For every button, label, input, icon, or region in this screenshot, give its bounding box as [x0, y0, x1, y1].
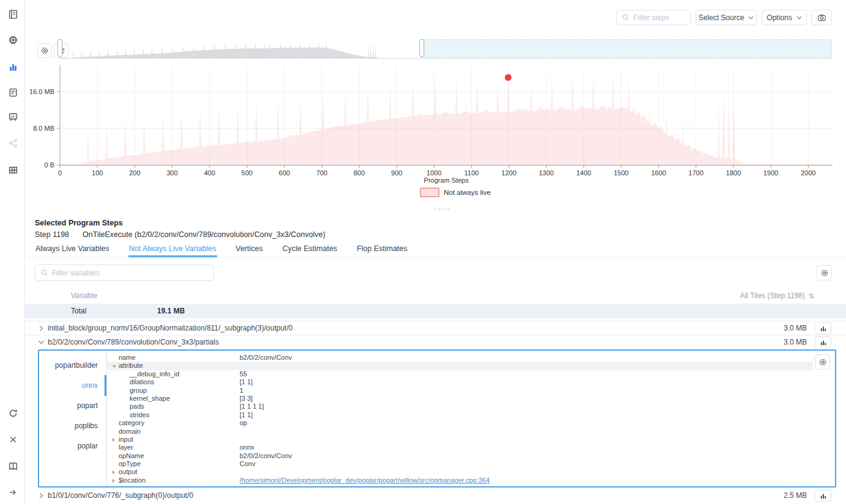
popvision-memory-report: Select Source Options 010020030040050060… [0, 0, 846, 504]
variable-name: initial_block/group_norm/16/GroupNormali… [48, 324, 293, 332]
tree-row-output[interactable]: output [108, 468, 813, 476]
tree-value: 1 [240, 387, 243, 395]
report-icon[interactable] [5, 6, 21, 22]
bar-chart-icon [820, 339, 827, 346]
tree-value: b2/0/2/conv/Conv [240, 354, 292, 362]
variable-detail-panel: popartbuilderonnxpopartpoplibspoplar nam… [38, 349, 836, 488]
presentation-icon[interactable] [5, 109, 21, 125]
collapse-arrow-icon[interactable] [5, 484, 21, 500]
detail-divider [106, 351, 107, 486]
tree-label: group [130, 387, 147, 395]
detail-settings-button[interactable] [815, 354, 830, 370]
detail-tab-poplibs[interactable]: poplibs [39, 420, 98, 432]
svg-text:800: 800 [354, 169, 365, 177]
svg-text:1400: 1400 [576, 169, 591, 177]
tree-label: name [119, 354, 136, 362]
tab-not-always-live-variables[interactable]: Not Always Live Variables [128, 241, 217, 257]
svg-text:8.0 MB: 8.0 MB [33, 125, 54, 132]
tree-row-strides: strides[1 1] [108, 411, 813, 419]
tree-value: b2/0/2/conv/Conv [240, 452, 292, 460]
svg-text:1300: 1300 [539, 169, 553, 177]
sidebar [0, 0, 25, 504]
refresh-icon[interactable] [5, 405, 21, 421]
detail-tab-onnx[interactable]: onnx [39, 379, 98, 392]
tile-histogram-button[interactable] [815, 490, 831, 502]
tree-expand-icon[interactable] [112, 438, 115, 442]
svg-text:1100: 1100 [464, 169, 479, 177]
source-location-link[interactable]: /home/simonl/Development/poplar_dev/popl… [240, 477, 490, 484]
svg-text:1200: 1200 [501, 169, 516, 177]
detail-tab-poplar[interactable]: poplar [39, 440, 98, 452]
filter-variables-field[interactable] [52, 269, 208, 277]
table-settings-button[interactable] [817, 265, 832, 280]
sort-icon[interactable] [809, 293, 814, 299]
range-handle-left[interactable] [57, 39, 62, 57]
tile-histogram-button[interactable] [815, 323, 831, 334]
chevron-down-icon [796, 16, 802, 20]
tree-value: [3 3] [240, 395, 252, 403]
options-label: Options [767, 13, 792, 22]
svg-text:400: 400 [204, 169, 215, 177]
tree-row-input[interactable]: input [108, 436, 813, 444]
tab-cycle-estimates[interactable]: Cycle Estimates [282, 241, 338, 257]
chevron-down-icon[interactable] [38, 339, 45, 346]
tree-value: op [240, 419, 247, 427]
table-row[interactable]: b2/0/2/conv/Conv/789/convolution/Conv_3x… [25, 335, 846, 349]
svg-text:1500: 1500 [614, 169, 628, 177]
tiles-icon[interactable] [5, 162, 21, 178]
chevron-right-icon[interactable] [38, 492, 45, 499]
tree-label: category [119, 419, 144, 427]
selected-steps-heading: Selected Program Steps [35, 219, 123, 227]
filter-steps-field[interactable] [633, 13, 685, 22]
tree-label: dilations [130, 378, 154, 386]
docs-icon[interactable] [5, 458, 21, 474]
detail-tab-popartbuilder[interactable]: popartbuilder [39, 359, 98, 371]
tree-row-attribute[interactable]: attribute [108, 362, 813, 370]
tree-label: input [119, 436, 133, 444]
detail-tab-popart[interactable]: popart [39, 400, 98, 412]
tree-value: [1 1] [240, 378, 252, 386]
share-icon [5, 135, 21, 151]
step-range-minimap[interactable] [60, 35, 833, 60]
tree-row-group: group1 [108, 387, 813, 395]
tree-row-location[interactable]: $location/home/simonl/Development/poplar… [108, 477, 813, 484]
panel-resize-grip[interactable] [434, 208, 450, 210]
range-handle-right[interactable] [419, 39, 424, 57]
select-source-button[interactable]: Select Source [696, 10, 757, 25]
tree-value: [1 1 1 1] [240, 403, 264, 411]
tree-expand-icon[interactable] [112, 479, 115, 483]
tree-row-pads: pads[1 1 1 1] [108, 403, 813, 411]
svg-text:100: 100 [92, 169, 103, 177]
tree-collapse-icon[interactable] [112, 365, 116, 368]
svg-text:1800: 1800 [726, 169, 741, 177]
tree-label: __debug_info_id [130, 370, 179, 378]
tree-row-domain: domain [108, 428, 813, 436]
memory-liveness-chart[interactable]: 0100200300400500600700800900100011001200… [24, 59, 840, 203]
screenshot-button[interactable] [811, 10, 832, 25]
options-button[interactable]: Options [762, 10, 807, 25]
tree-expand-icon[interactable] [112, 470, 115, 474]
memory-chart-icon[interactable] [5, 59, 21, 75]
svg-text:1600: 1600 [651, 169, 666, 177]
tree-value: 55 [240, 370, 247, 378]
liveness-report-icon[interactable] [5, 84, 21, 100]
chevron-down-icon [748, 16, 754, 20]
table-row[interactable]: b1/0/1/conv/Conv/776/_subgraph(0)/output… [25, 489, 846, 503]
chevron-right-icon[interactable] [38, 325, 45, 332]
tab-flop-estimates[interactable]: Flop Estimates [356, 241, 408, 257]
selected-step-label: Step 1198 [35, 230, 69, 239]
tree-label: kernel_shape [130, 395, 170, 403]
tree-label: domain [119, 428, 141, 436]
column-all-tiles[interactable]: All Tiles (Step:1198) [740, 291, 815, 300]
filter-steps-input[interactable] [616, 10, 691, 25]
tab-always-live-variables[interactable]: Always Live Variables [35, 241, 110, 257]
processor-icon[interactable] [5, 32, 21, 48]
table-row[interactable]: initial_block/group_norm/16/GroupNormali… [25, 321, 846, 335]
tree-row-opname: opNameb2/0/2/conv/Conv [108, 452, 813, 460]
filter-variables-input[interactable] [35, 265, 214, 281]
close-icon[interactable] [5, 431, 21, 447]
tab-vertices[interactable]: Vertices [235, 241, 263, 257]
tree-value[interactable]: /home/simonl/Development/poplar_dev/popl… [240, 477, 490, 484]
chart-settings-button[interactable] [37, 43, 52, 58]
tile-histogram-button[interactable] [815, 337, 831, 348]
